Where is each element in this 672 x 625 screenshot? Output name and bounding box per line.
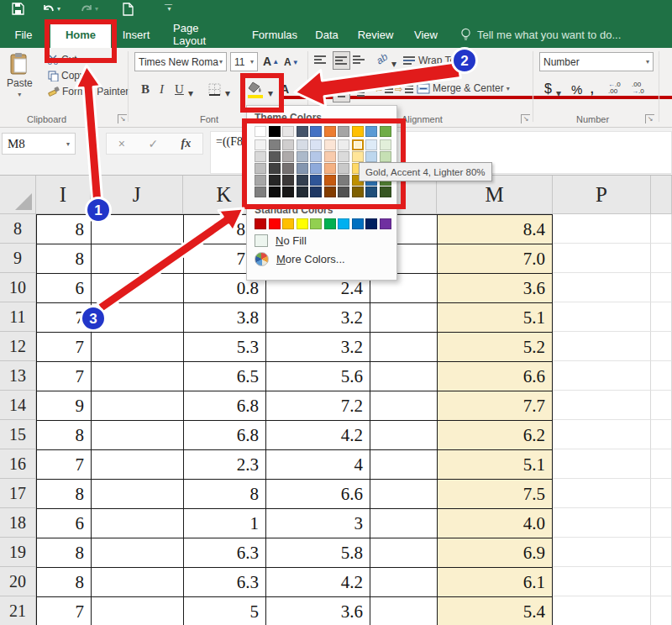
cell[interactable]: 6.9 — [437, 538, 553, 567]
row-header-14[interactable]: 14 — [0, 391, 36, 420]
cell[interactable]: 6.1 — [437, 567, 553, 596]
font-size-combo[interactable]: 11▾ — [230, 52, 258, 71]
cell[interactable] — [91, 596, 183, 625]
cell[interactable] — [91, 361, 183, 391]
wrap-text-button[interactable]: Wrap Text — [403, 55, 464, 66]
cell[interactable]: 6 — [36, 508, 91, 538]
column-header-P[interactable]: P — [553, 176, 651, 214]
cell[interactable] — [553, 449, 651, 479]
cell[interactable]: 8 — [36, 538, 91, 567]
cell[interactable]: 8 — [36, 567, 91, 596]
cell[interactable] — [553, 391, 651, 420]
tab-review[interactable]: Review — [349, 21, 402, 48]
tell-me-box[interactable]: Tell me what you want to do... — [460, 21, 621, 48]
italic-button[interactable]: I — [160, 82, 164, 97]
cell[interactable] — [651, 596, 672, 625]
copy-button[interactable]: Copy — [48, 70, 85, 81]
cell[interactable]: 8 — [36, 244, 91, 273]
cell[interactable] — [370, 391, 437, 420]
cell[interactable]: 6.8 — [183, 391, 265, 420]
save-button[interactable] — [12, 3, 24, 15]
cell[interactable]: 4.2 — [265, 420, 370, 449]
cell[interactable] — [553, 273, 651, 302]
cell[interactable]: 5.3 — [183, 332, 265, 361]
cell[interactable] — [553, 479, 651, 508]
cell[interactable] — [553, 508, 651, 538]
cell[interactable]: 1 — [183, 508, 265, 538]
cell[interactable] — [553, 332, 651, 361]
formula-bar-drag-handle[interactable]: ⋮ — [84, 136, 93, 147]
cell[interactable]: 4.0 — [437, 508, 553, 538]
percent-button[interactable]: % — [571, 82, 582, 97]
cell[interactable] — [370, 302, 437, 332]
cell[interactable] — [370, 508, 437, 538]
row-header-18[interactable]: 18 — [0, 508, 36, 538]
currency-button[interactable]: $ — [544, 81, 552, 97]
underline-button[interactable]: U — [175, 82, 184, 97]
cell[interactable] — [553, 567, 651, 596]
standard-color-0[interactable] — [255, 218, 266, 229]
cell[interactable] — [553, 420, 651, 449]
increase-decimal-button[interactable]: ←.0.00 — [608, 81, 621, 95]
cell[interactable] — [370, 567, 437, 596]
row-header-9[interactable]: 9 — [0, 244, 36, 273]
standard-color-1[interactable] — [269, 218, 281, 229]
cell[interactable] — [370, 596, 437, 625]
cell[interactable]: 8 — [36, 214, 91, 244]
undo-caret-icon[interactable]: ▾ — [57, 5, 60, 13]
column-header-I[interactable]: I — [36, 176, 91, 214]
center-button[interactable] — [333, 81, 350, 102]
cell[interactable] — [651, 420, 672, 449]
cell[interactable] — [553, 244, 651, 273]
tab-formulas[interactable]: Formulas — [244, 21, 306, 48]
cell[interactable]: 7 — [36, 332, 91, 361]
cell[interactable] — [553, 302, 651, 332]
cell[interactable] — [370, 449, 437, 479]
cell[interactable] — [370, 361, 437, 391]
cell[interactable] — [553, 596, 651, 625]
cell[interactable]: 7 — [36, 449, 91, 479]
cell[interactable]: 7.5 — [437, 479, 553, 508]
cell[interactable]: 5.2 — [437, 332, 553, 361]
comma-button[interactable]: , — [590, 78, 595, 97]
row-header-17[interactable]: 17 — [0, 479, 36, 508]
cell[interactable]: 3.2 — [265, 332, 370, 361]
cell[interactable] — [651, 302, 672, 332]
top-align-button[interactable] — [314, 54, 327, 66]
cell[interactable]: 4.2 — [265, 567, 370, 596]
standard-color-2[interactable] — [282, 218, 294, 229]
cell[interactable] — [91, 420, 183, 449]
standard-color-5[interactable] — [324, 218, 336, 229]
underline-caret-icon[interactable]: ▾ — [188, 87, 193, 99]
clipboard-dialog-launcher[interactable]: ↘ — [118, 114, 127, 123]
cell[interactable]: 7 — [36, 596, 91, 625]
standard-color-9[interactable] — [380, 218, 391, 229]
cell[interactable] — [651, 332, 672, 361]
cell[interactable]: 7 — [36, 361, 91, 391]
cell[interactable]: 7 — [36, 302, 91, 332]
row-header-16[interactable]: 16 — [0, 449, 36, 479]
cell[interactable] — [553, 214, 651, 244]
alignment-dialog-launcher[interactable]: ↘ — [521, 114, 530, 123]
cell[interactable] — [651, 508, 672, 538]
cell[interactable] — [370, 538, 437, 567]
cell[interactable] — [91, 214, 183, 244]
cell[interactable] — [91, 302, 183, 332]
row-header-15[interactable]: 15 — [0, 420, 36, 449]
redo-button[interactable]: ▾ — [80, 3, 98, 14]
cell[interactable]: 7.2 — [265, 391, 370, 420]
cell[interactable] — [651, 214, 672, 244]
row-header-19[interactable]: 19 — [0, 538, 36, 567]
cell[interactable]: 3 — [265, 508, 370, 538]
more-colors-option[interactable]: More Colors... — [247, 249, 396, 269]
cell[interactable]: 5.1 — [437, 302, 553, 332]
cell[interactable] — [651, 244, 672, 273]
cell[interactable]: 3.6 — [437, 273, 553, 302]
font-name-combo[interactable]: Times New Roma▾ — [134, 52, 227, 71]
tab-insert[interactable]: Insert — [113, 21, 160, 48]
row-header-12[interactable]: 12 — [0, 332, 36, 361]
cell[interactable] — [651, 449, 672, 479]
standard-color-7[interactable] — [352, 218, 364, 229]
cell[interactable]: 4 — [265, 449, 370, 479]
tab-file[interactable]: File — [5, 21, 42, 48]
